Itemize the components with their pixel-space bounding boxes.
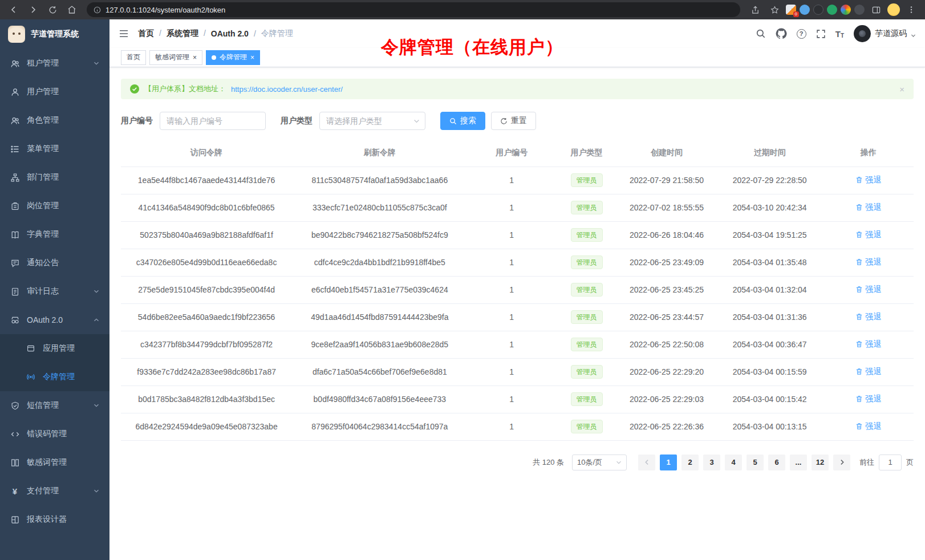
sidebar-item-role[interactable]: 角色管理 (0, 106, 109, 135)
sidebar-item-oauth[interactable]: OAuth 2.0 (0, 306, 109, 334)
home-icon[interactable] (64, 2, 80, 18)
info-icon[interactable] (94, 6, 101, 14)
sidebar-item-post[interactable]: 岗位管理 (0, 192, 109, 220)
github-icon[interactable] (776, 28, 787, 39)
page-size-select[interactable]: 10条/页 (572, 455, 627, 470)
cell-user-type: 管理员 (556, 303, 617, 331)
user-name: 芋道源码 (875, 29, 907, 39)
force-logout-button[interactable]: 强退 (855, 285, 881, 295)
sidebar-item-error-code[interactable]: 错误码管理 (0, 420, 109, 448)
sidebar-item-menu[interactable]: 菜单管理 (0, 135, 109, 163)
pagination-prev-button[interactable] (638, 455, 655, 470)
pagination-page-3[interactable]: 3 (703, 455, 720, 470)
bookmark-star-icon[interactable] (766, 2, 782, 18)
goto-page-input[interactable] (879, 455, 902, 470)
roles-icon (10, 116, 19, 125)
sidebar-item-notice[interactable]: 通知公告 (0, 249, 109, 277)
cell-created-at: 2022-06-25 22:29:20 (617, 358, 716, 385)
sidebar-item-sms[interactable]: 短信管理 (0, 391, 109, 420)
force-logout-button[interactable]: 强退 (855, 339, 881, 350)
user-id-input[interactable] (160, 112, 266, 130)
search-icon[interactable] (756, 29, 766, 39)
sidebar-item-tenant[interactable]: 租户管理 (0, 49, 109, 78)
sidebar-item-sensitive-word[interactable]: 敏感词管理 (0, 448, 109, 477)
cell-user-id: 1 (467, 303, 556, 331)
reset-button[interactable]: 重置 (491, 112, 536, 130)
sidebar-item-audit-log[interactable]: 审计日志 (0, 277, 109, 306)
sidebar-item-report-designer[interactable]: 报表设计器 (0, 505, 109, 534)
force-logout-button[interactable]: 强退 (855, 312, 881, 322)
breadcrumb-oauth[interactable]: OAuth 2.0 (211, 29, 261, 38)
pagination-page-5[interactable]: 5 (747, 455, 764, 470)
breadcrumb-home[interactable]: 首页 (138, 29, 167, 39)
search-button[interactable]: 搜索 (440, 112, 485, 130)
force-logout-button[interactable]: 强退 (855, 230, 881, 240)
chevron-down-icon (94, 488, 99, 494)
user-menu[interactable]: 芋道源码 (854, 25, 916, 42)
sidebar-item-token-manage[interactable]: 令牌管理 (0, 363, 109, 391)
cell-access-token: 54d6be82ee5a460a9aedc1f9bf223656 (121, 303, 292, 331)
sidebar-item-dict[interactable]: 字典管理 (0, 220, 109, 249)
reload-icon[interactable] (44, 2, 60, 18)
token-table: 访问令牌 刷新令牌 用户编号 用户类型 创建时间 过期时间 操作 1ea5e44… (121, 139, 914, 441)
back-icon[interactable] (6, 2, 22, 18)
tab-home[interactable]: 首页 (121, 50, 146, 65)
document-icon (10, 287, 19, 296)
pagination-next-button[interactable] (833, 455, 850, 470)
force-logout-button[interactable]: 强退 (855, 202, 881, 213)
cell-actions: 强退 (823, 221, 914, 249)
side-panel-icon[interactable] (868, 2, 884, 18)
sidebar-item-dept[interactable]: 部门管理 (0, 163, 109, 192)
breadcrumb-system[interactable]: 系统管理 (167, 29, 211, 39)
pagination-page-12[interactable]: 12 (812, 455, 829, 470)
extension-green-icon[interactable] (827, 5, 837, 15)
pagination-page-2[interactable]: 2 (681, 455, 699, 470)
browser-profile-avatar[interactable] (887, 3, 900, 16)
force-logout-button[interactable]: 强退 (855, 175, 881, 185)
user-type-tag: 管理员 (571, 255, 603, 269)
pagination-page-6[interactable]: 6 (768, 455, 785, 470)
cell-actions: 强退 (823, 276, 914, 303)
tab-sensitive-word[interactable]: 敏感词管理 × (149, 50, 202, 65)
close-icon[interactable]: × (193, 54, 197, 61)
tab-token-manage[interactable]: 令牌管理 × (206, 50, 260, 65)
browser-menu-icon[interactable] (903, 2, 919, 18)
help-icon[interactable] (797, 29, 806, 39)
cell-actions: 强退 (823, 413, 914, 440)
hamburger-icon[interactable] (119, 29, 129, 38)
force-logout-button[interactable]: 强退 (855, 421, 881, 432)
cell-access-token: 275e5de9151045fe87cbdc395e004f4d (121, 276, 292, 303)
extension-puzzle-icon[interactable] (854, 5, 865, 15)
force-logout-button[interactable]: 强退 (855, 394, 881, 404)
sidebar-item-user[interactable]: 用户管理 (0, 78, 109, 106)
user-type-select[interactable] (319, 112, 425, 130)
share-icon[interactable] (747, 2, 763, 18)
address-bar[interactable]: 127.0.0.1:1024/system/oauth2/token (87, 2, 740, 17)
extension-icon[interactable]: 0 (786, 5, 796, 15)
fullscreen-icon[interactable] (816, 29, 826, 39)
cell-expires-at: 2054-03-04 01:35:48 (716, 249, 823, 276)
force-logout-button[interactable]: 强退 (855, 367, 881, 377)
force-logout-button[interactable]: 强退 (855, 257, 881, 267)
close-icon[interactable]: × (899, 84, 904, 94)
sidebar-item-label: 应用管理 (43, 343, 75, 354)
font-size-icon[interactable]: TT (835, 29, 844, 39)
pagination-page-1[interactable]: 1 (660, 455, 677, 470)
cell-created-at: 2022-06-25 22:50:08 (617, 331, 716, 358)
extension-dark-icon[interactable] (813, 5, 823, 15)
sidebar-item-app-manage[interactable]: 应用管理 (0, 334, 109, 363)
close-icon[interactable]: × (250, 54, 254, 61)
app-logo[interactable]: 芋道管理系统 (0, 19, 109, 49)
extension-color-icon[interactable] (841, 5, 851, 15)
pagination-page-4[interactable]: 4 (725, 455, 742, 470)
action-label: 强退 (865, 339, 881, 350)
pagination-more-button[interactable]: ... (790, 455, 807, 470)
sidebar-item-label: 岗位管理 (27, 201, 59, 211)
code-icon (10, 430, 19, 439)
doc-link[interactable]: https://doc.iocoder.cn/user-center/ (231, 85, 343, 94)
success-check-icon (130, 84, 139, 94)
cell-expires-at: 2054-03-04 00:36:47 (716, 331, 823, 358)
extension-blue-icon[interactable] (800, 5, 810, 15)
sidebar-item-pay[interactable]: ¥ 支付管理 (0, 477, 109, 505)
forward-icon[interactable] (25, 2, 41, 18)
